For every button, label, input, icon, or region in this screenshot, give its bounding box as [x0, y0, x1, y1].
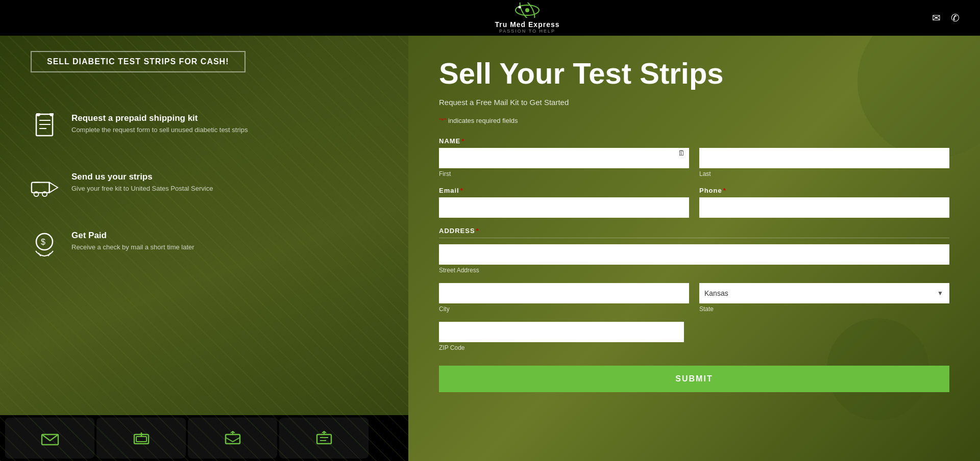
- logo-icon: [514, 3, 540, 20]
- sell-banner-text: SELL DIABETIC TEST STRIPS FOR CASH!: [47, 57, 229, 66]
- step-3-icon: $: [31, 231, 59, 259]
- right-panel: Sell Your Test Strips Request a Free Mai…: [408, 36, 980, 461]
- step-2-title: Send us your strips: [71, 172, 213, 182]
- step-1-icon: [31, 113, 59, 141]
- state-select[interactable]: AlabamaAlaskaArizonaArkansasCaliforniaCo…: [699, 283, 949, 303]
- state-select-wrapper: AlabamaAlaskaArizonaArkansasCaliforniaCo…: [699, 283, 949, 303]
- email-phone-section: Email* Phone*: [439, 187, 949, 218]
- email-col: Email*: [439, 187, 689, 218]
- brand-tagline: PASSION TO HELP: [499, 29, 555, 34]
- city-state-section: City AlabamaAlaskaArizonaArkansasCalifor…: [439, 283, 949, 313]
- city-label: City: [439, 305, 689, 313]
- step-2: Send us your strips Give your free kit t…: [31, 172, 378, 200]
- zip-label: ZIP Code: [439, 344, 949, 351]
- form-subtitle: Request a Free Mail Kit to Get Started: [439, 98, 949, 107]
- name-label: NAME*: [439, 137, 949, 145]
- header: Tru Med Express PASSION TO HELP ✉ ✆: [0, 0, 980, 36]
- email-input[interactable]: [439, 197, 689, 218]
- logo: Tru Med Express PASSION TO HELP: [495, 3, 559, 34]
- first-name-input[interactable]: [439, 148, 689, 168]
- street-label: Street Address: [439, 267, 949, 274]
- phone-icon[interactable]: ✆: [951, 12, 960, 24]
- svg-text:$: $: [41, 238, 45, 246]
- state-label: State: [699, 305, 949, 313]
- name-section: NAME* 🗓 First Last: [439, 137, 949, 177]
- header-icons: ✉ ✆: [932, 12, 960, 24]
- svg-point-3: [518, 6, 521, 8]
- last-name-col: Last: [699, 148, 949, 177]
- left-panel: SELL DIABETIC TEST STRIPS FOR CASH!: [0, 36, 408, 461]
- email-icon[interactable]: ✉: [932, 12, 941, 24]
- sell-banner: SELL DIABETIC TEST STRIPS FOR CASH!: [31, 51, 246, 72]
- svg-marker-11: [50, 183, 58, 193]
- left-content: SELL DIABETIC TEST STRIPS FOR CASH!: [31, 51, 378, 259]
- city-state-row: City AlabamaAlaskaArizonaArkansasCalifor…: [439, 283, 949, 313]
- phone-label: Phone*: [699, 187, 949, 194]
- svg-rect-10: [32, 183, 50, 193]
- step-1: Request a prepaid shipping kit Complete …: [31, 113, 378, 141]
- step-1-title: Request a prepaid shipping kit: [71, 113, 248, 123]
- steps-list: Request a prepaid shipping kit Complete …: [31, 113, 378, 259]
- city-col: City: [439, 283, 689, 313]
- address-section: ADDRESS* Street Address: [439, 227, 949, 274]
- last-name-input[interactable]: [699, 148, 949, 168]
- right-content: Sell Your Test Strips Request a Free Mai…: [439, 56, 949, 392]
- brand-name: Tru Med Express: [495, 20, 559, 29]
- step-3-text: Get Paid Receive a check by mail a short…: [71, 231, 194, 251]
- zip-input[interactable]: [439, 322, 684, 342]
- submit-button[interactable]: SUBMIT: [439, 366, 949, 392]
- step-1-text: Request a prepaid shipping kit Complete …: [71, 113, 248, 134]
- required-note: "*" indicates required fields: [439, 117, 949, 124]
- form-title: Sell Your Test Strips: [439, 56, 949, 90]
- main-container: SELL DIABETIC TEST STRIPS FOR CASH!: [0, 36, 980, 461]
- step-2-desc: Give your free kit to United Sates Posta…: [71, 185, 213, 192]
- city-input[interactable]: [439, 283, 689, 303]
- email-label: Email*: [439, 187, 689, 194]
- step-1-desc: Complete the request form to sell unused…: [71, 126, 248, 134]
- phone-col: Phone*: [699, 187, 949, 218]
- phone-input[interactable]: [699, 197, 949, 218]
- first-name-label: First: [439, 170, 689, 177]
- svg-point-2: [525, 8, 529, 12]
- last-name-label: Last: [699, 170, 949, 177]
- address-label: ADDRESS*: [439, 227, 949, 235]
- step-3-desc: Receive a check by mail a short time lat…: [71, 243, 194, 251]
- first-name-col: 🗓 First: [439, 148, 689, 177]
- zip-section: ZIP Code: [439, 322, 949, 351]
- email-phone-row: Email* Phone*: [439, 187, 949, 218]
- required-note-text: indicates required fields: [448, 117, 518, 124]
- step-2-text: Send us your strips Give your free kit t…: [71, 172, 213, 192]
- state-col: AlabamaAlaskaArizonaArkansasCaliforniaCo…: [699, 283, 949, 313]
- street-input[interactable]: [439, 244, 949, 265]
- req-marker: "*": [439, 117, 446, 124]
- step-3: $ Get Paid Receive a check by mail a sho…: [31, 231, 378, 259]
- name-row: 🗓 First Last: [439, 148, 949, 177]
- step-2-icon: [31, 172, 59, 200]
- step-3-title: Get Paid: [71, 231, 194, 241]
